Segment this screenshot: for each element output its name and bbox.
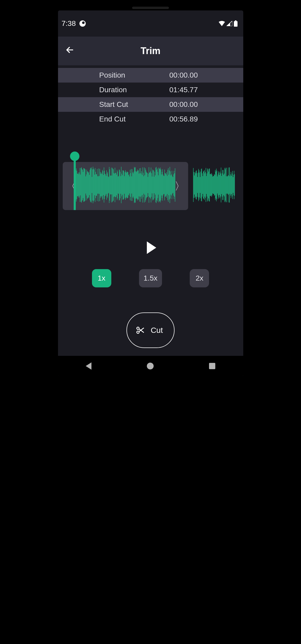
speed-2x-button[interactable]: 2x bbox=[190, 269, 209, 287]
back-button[interactable] bbox=[65, 45, 74, 57]
svg-rect-1 bbox=[235, 20, 236, 21]
device-frame: 7:38 Trim Position 00:00.00 Duration 01 bbox=[55, 0, 246, 380]
info-row-start-cut: Start Cut 00:00.00 bbox=[58, 97, 243, 112]
info-value: 00:00.00 bbox=[150, 71, 243, 79]
system-nav-bar bbox=[58, 356, 243, 376]
waveform-area[interactable]: 〈 〉 bbox=[58, 153, 243, 210]
speed-label: 1.5x bbox=[144, 274, 158, 282]
info-label: End Cut bbox=[58, 115, 151, 123]
info-row-end-cut: End Cut 00:56.89 bbox=[58, 112, 243, 126]
status-right bbox=[219, 20, 238, 27]
play-icon bbox=[147, 241, 156, 254]
info-value: 00:56.89 bbox=[150, 115, 243, 123]
info-label: Start Cut bbox=[58, 100, 151, 109]
nav-back-icon[interactable] bbox=[86, 362, 91, 370]
info-label: Position bbox=[58, 71, 151, 79]
speed-1x-button[interactable]: 1x bbox=[92, 269, 111, 287]
battery-icon bbox=[234, 20, 238, 27]
info-label: Duration bbox=[58, 86, 151, 94]
cut-button[interactable]: Cut bbox=[126, 312, 175, 348]
cut-label: Cut bbox=[151, 326, 163, 335]
cellular-icon bbox=[227, 21, 232, 26]
waveform-icon bbox=[63, 162, 235, 208]
info-table: Position 00:00.00 Duration 01:45.77 Star… bbox=[58, 68, 243, 126]
nav-home-icon[interactable] bbox=[147, 363, 154, 369]
page-title: Trim bbox=[58, 45, 243, 56]
speed-label: 1x bbox=[98, 274, 106, 282]
play-button[interactable] bbox=[144, 241, 157, 254]
svg-rect-0 bbox=[234, 21, 238, 27]
nav-recent-icon[interactable] bbox=[209, 363, 215, 369]
playhead[interactable] bbox=[74, 155, 76, 210]
status-time: 7:38 bbox=[62, 19, 76, 28]
speed-1-5x-button[interactable]: 1.5x bbox=[139, 269, 162, 287]
info-value: 01:45.77 bbox=[150, 86, 243, 94]
speed-row: 1x 1.5x 2x bbox=[58, 269, 243, 287]
info-row-position: Position 00:00.00 bbox=[58, 68, 243, 83]
status-bar: 7:38 bbox=[58, 10, 243, 37]
speed-label: 2x bbox=[196, 274, 204, 282]
app-bar: Trim bbox=[58, 37, 243, 65]
scissors-icon bbox=[136, 326, 145, 335]
app-indicator-icon bbox=[79, 20, 86, 27]
device-speaker bbox=[132, 7, 169, 9]
info-row-duration: Duration 01:45.77 bbox=[58, 83, 243, 97]
screen: 7:38 Trim Position 00:00.00 Duration 01 bbox=[58, 10, 243, 376]
status-left: 7:38 bbox=[62, 19, 86, 28]
arrow-left-icon bbox=[65, 45, 74, 54]
info-value: 00:00.00 bbox=[150, 100, 243, 109]
wifi-icon bbox=[219, 21, 225, 26]
